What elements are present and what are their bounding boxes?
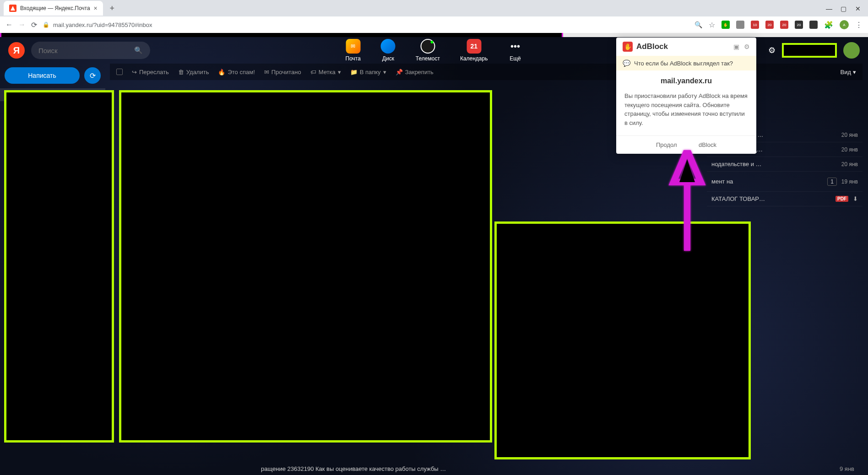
minimize-icon[interactable]: — — [826, 5, 832, 11]
ext-icon-7[interactable] — [809, 21, 818, 29]
service-telemost[interactable]: Телемост — [416, 39, 440, 62]
reload-icon[interactable]: ⟳ — [31, 21, 37, 29]
url-text: mail.yandex.ru/?uid=94785570#inbox — [53, 22, 152, 28]
adblock-settings-icon[interactable]: ⚙ — [744, 43, 750, 50]
adblock-header: ✋ AdBlock ▣ ⚙ — [616, 38, 756, 56]
adblock-message: Вы приостановили работу AdBlock на время… — [616, 92, 756, 135]
forward-icon: ↪ — [132, 69, 137, 76]
tab-title: Входящие — Яндекс.Почта — [20, 5, 90, 11]
service-calendar-label: Календарь — [460, 55, 488, 62]
mail-icon: ✉ — [346, 39, 360, 54]
mail-subject: ращение 23632190 Как вы оцениваете качес… — [261, 465, 446, 472]
redacted-region — [119, 90, 492, 443]
service-disk[interactable]: Диск — [381, 39, 396, 62]
service-disk-label: Диск — [382, 55, 394, 62]
flame-icon: 🔥 — [218, 69, 225, 76]
adblock-popup: ✋ AdBlock ▣ ⚙ 💬 Что если бы AdBlock выгл… — [616, 38, 756, 154]
adblock-banner[interactable]: 💬 Что если бы AdBlock выглядел так? — [616, 56, 756, 70]
user-name-redacted[interactable] — [782, 43, 837, 58]
adblock-banner-text: Что если бы AdBlock выглядел так? — [634, 60, 733, 67]
spam-button[interactable]: 🔥Это спам! — [218, 69, 255, 76]
user-avatar[interactable] — [843, 42, 860, 59]
adblock-help-icon[interactable]: ▣ — [733, 43, 739, 50]
comment-icon: 💬 — [623, 59, 630, 67]
profile-avatar[interactable]: A — [840, 20, 849, 29]
move-button[interactable]: 📁В папку▾ — [350, 69, 386, 76]
lock-icon: 🔒 — [43, 22, 49, 28]
chevron-down-icon: ▾ — [383, 69, 386, 76]
mail-subject: мент на — [711, 178, 823, 185]
pin-button[interactable]: 📌Закрепить — [396, 69, 434, 76]
telemost-icon — [420, 39, 435, 54]
ext-icon-5[interactable]: 20 — [780, 21, 788, 29]
mail-date: 20 янв — [841, 146, 858, 153]
menu-icon[interactable]: ⋮ — [855, 21, 863, 29]
window-controls: — ▢ ✕ — [826, 5, 868, 11]
new-tab-button[interactable]: + — [106, 2, 119, 15]
forward-icon[interactable]: → — [18, 21, 26, 29]
search-input[interactable] — [38, 47, 134, 54]
adblock-ext-icon[interactable]: ✋ — [722, 21, 730, 29]
pin-icon: 📌 — [396, 69, 403, 76]
adblock-domain: mail.yandex.ru — [616, 70, 756, 92]
redacted-region — [4, 90, 114, 443]
ext-icon-4[interactable]: 20 — [765, 21, 774, 29]
select-all-checkbox[interactable] — [116, 69, 123, 75]
download-icon[interactable]: ⬇ — [853, 195, 858, 202]
mail-row[interactable]: КАТАЛОГ ТОВАР… PDF ⬇ — [707, 192, 863, 206]
forward-button[interactable]: ↪Переслать — [132, 69, 169, 76]
close-icon[interactable]: ✕ — [855, 5, 862, 11]
adblock-title: AdBlock — [636, 42, 668, 51]
tab-close-icon[interactable]: × — [94, 5, 98, 12]
mail-row[interactable]: ращение 23632190 Как вы оцениваете качес… — [261, 464, 859, 473]
trash-icon: 🗑 — [178, 69, 184, 76]
mail-row[interactable]: мент на 1 19 янв — [707, 172, 863, 192]
browser-tab[interactable]: Входящие — Яндекс.Почта × — [4, 1, 103, 16]
label-button[interactable]: 🏷Метка▾ — [310, 69, 341, 76]
delete-button[interactable]: 🗑Удалить — [178, 69, 209, 76]
url-field[interactable]: 🔒 mail.yandex.ru/?uid=94785570#inbox — [43, 22, 152, 28]
service-calendar[interactable]: 21 Календарь — [460, 39, 488, 62]
maximize-icon[interactable]: ▢ — [841, 5, 847, 11]
search-icon[interactable]: 🔍 — [134, 46, 143, 54]
service-mail-label: Почта — [346, 55, 361, 62]
calendar-icon: 21 — [467, 39, 481, 54]
mail-date: 19 янв — [841, 178, 858, 185]
service-switcher: ✉ Почта Диск Телемост 21 Календарь ••• Е… — [346, 39, 523, 62]
disk-icon — [381, 39, 396, 54]
annotation-arrow — [667, 150, 708, 253]
compose-button[interactable]: Написать — [5, 67, 80, 84]
envelope-icon: ✉ — [264, 69, 269, 76]
settings-icon[interactable]: ⚙ — [768, 45, 776, 55]
read-button[interactable]: ✉Прочитано — [264, 69, 301, 76]
more-icon: ••• — [508, 39, 522, 54]
pdf-badge: PDF — [835, 196, 848, 202]
mail-date: 20 янв — [841, 161, 858, 167]
mail-row[interactable]: нодательстве и … 20 янв — [707, 157, 863, 172]
thread-count: 1 — [827, 178, 837, 186]
adblock-logo-icon: ✋ — [623, 42, 633, 52]
service-telemost-label: Телемост — [416, 55, 440, 62]
service-mail[interactable]: ✉ Почта — [346, 39, 361, 62]
ext-icon-6[interactable]: 20 — [795, 21, 803, 29]
browser-titlebar: Входящие — Яндекс.Почта × + — ▢ ✕ — [0, 0, 868, 16]
star-icon[interactable]: ☆ — [709, 21, 715, 29]
mail-date: 9 янв — [835, 465, 859, 472]
service-more-label: Ещё — [510, 55, 521, 62]
zoom-icon[interactable]: 🔍 — [694, 21, 702, 28]
mail-subject: КАТАЛОГ ТОВАР… — [711, 195, 831, 202]
search-box[interactable]: 🔍 — [31, 42, 150, 59]
yandex-logo[interactable]: Я — [8, 42, 25, 59]
folder-icon: 📁 — [350, 69, 358, 76]
ext-icon-2[interactable] — [736, 21, 744, 29]
ext-icon-3[interactable]: 10 — [751, 21, 759, 29]
tab-favicon — [9, 5, 16, 12]
refresh-button[interactable]: ⟳ — [84, 67, 101, 84]
address-bar: ← → ⟳ 🔒 mail.yandex.ru/?uid=94785570#inb… — [0, 16, 868, 33]
service-more[interactable]: ••• Ещё — [508, 39, 522, 62]
extensions-icon[interactable]: 🧩 — [824, 21, 833, 29]
mail-date: 20 янв — [841, 132, 858, 138]
view-button[interactable]: Вид▾ — [840, 69, 856, 76]
redacted-region — [494, 221, 751, 459]
back-icon[interactable]: ← — [5, 21, 13, 29]
